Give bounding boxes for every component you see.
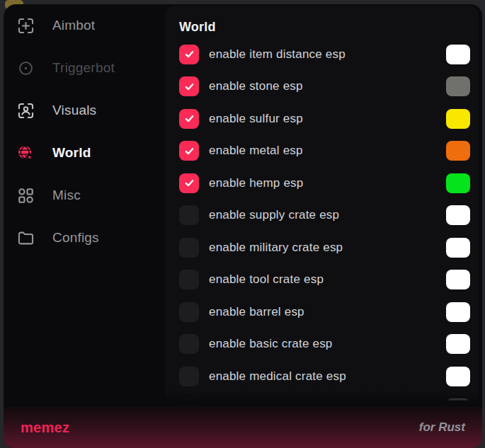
checkbox-checked[interactable] [179,109,199,129]
option-label: enable military crate esp [209,241,343,255]
option-row [179,393,470,403]
checkbox-checked[interactable] [179,141,199,161]
checkbox-unchecked[interactable] [179,334,199,354]
app-window: AimbotTriggerbotVisualsWorldMiscConfigs … [4,4,482,448]
option-row: enable medical crate esp [179,360,470,393]
option-row: enable sulfur esp [179,103,470,135]
option-label: enable hemp esp [209,176,303,190]
checkbox-unchecked[interactable] [179,205,199,225]
option-label: enable sulfur esp [209,112,303,126]
globe-star-icon [16,144,35,163]
sidebar-item-aimbot[interactable]: Aimbot [4,4,165,47]
settings-panel: World enable item distance espenable sto… [165,6,479,402]
option-label: enable item distance esp [209,47,346,62]
option-label: enable supply crate esp [209,208,339,222]
sidebar-item-label: Configs [52,230,99,246]
option-row: enable military crate esp [179,231,470,264]
option-row: enable stone esp [179,71,470,103]
sidebar-item-label: World [52,145,91,161]
sidebar-nav: AimbotTriggerbotVisualsWorldMiscConfigs [4,4,165,259]
footer-tagline: for Rust [419,420,465,435]
options-list: enable item distance espenable stone esp… [179,38,470,402]
color-swatch[interactable] [446,141,470,161]
color-swatch[interactable] [446,109,470,129]
color-swatch[interactable] [446,367,470,386]
checkbox-checked[interactable] [179,173,199,193]
sidebar-item-configs[interactable]: Configs [4,217,165,259]
checkbox-unchecked[interactable] [179,398,199,402]
color-swatch[interactable] [446,76,470,96]
sidebar-item-label: Aimbot [52,18,95,33]
option-label: enable barrel esp [209,305,304,319]
crosshair-scan-icon [16,16,35,35]
sidebar-item-visuals[interactable]: Visuals [4,89,165,132]
option-row: enable tool crate esp [179,264,470,297]
checkbox-unchecked[interactable] [179,238,199,258]
sidebar-item-triggerbot[interactable]: Triggerbot [4,47,165,89]
option-row: enable metal esp [179,135,470,168]
option-label: enable medical crate esp [209,369,346,384]
color-swatch[interactable] [446,173,470,193]
checkbox-unchecked[interactable] [179,367,199,386]
sidebar-item-label: Misc [52,188,81,203]
person-scan-icon [16,101,35,120]
sidebar-item-label: Visuals [52,103,96,118]
checkbox-checked[interactable] [179,45,199,64]
option-label: enable tool crate esp [209,272,324,287]
option-row: enable hemp esp [179,167,470,200]
target-circle-icon [16,59,35,78]
folder-icon [16,229,35,248]
option-label: enable stone esp [209,79,303,93]
option-label: enable basic crate esp [209,337,333,351]
option-row: enable supply crate esp [179,200,470,232]
color-swatch[interactable] [446,302,470,322]
sidebar-item-misc[interactable]: Misc [4,174,165,217]
screen: AimbotTriggerbotVisualsWorldMiscConfigs … [0,0,485,448]
option-row: enable barrel esp [179,296,470,328]
brand-logo-text: memez [21,420,69,436]
option-row: enable basic crate esp [179,328,470,361]
sidebar-item-label: Triggerbot [52,60,115,76]
page-title: World [179,20,470,35]
checkbox-checked[interactable] [179,76,199,96]
checkbox-unchecked[interactable] [179,302,199,322]
categories-icon [16,186,35,205]
color-swatch[interactable] [446,238,470,258]
color-swatch[interactable] [446,398,470,402]
checkbox-unchecked[interactable] [179,270,199,289]
option-row: enable item distance esp [179,38,470,71]
color-swatch[interactable] [446,270,470,289]
footer-bar: memez for Rust [4,407,482,448]
color-swatch[interactable] [446,45,470,64]
color-swatch[interactable] [446,334,470,354]
sidebar-item-world[interactable]: World [4,132,165,174]
option-label: enable metal esp [209,144,303,158]
color-swatch[interactable] [446,205,470,225]
